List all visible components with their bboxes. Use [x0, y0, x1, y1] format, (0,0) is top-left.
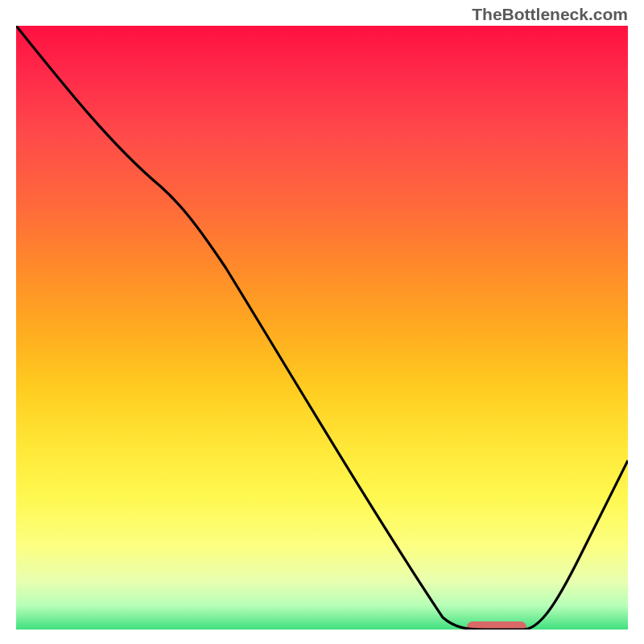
- plot-area: [16, 26, 628, 630]
- bottleneck-chart: TheBottleneck.com: [0, 0, 644, 644]
- curve-layer: [16, 26, 628, 630]
- watermark-text: TheBottleneck.com: [472, 5, 628, 24]
- bottleneck-curve: [16, 26, 628, 630]
